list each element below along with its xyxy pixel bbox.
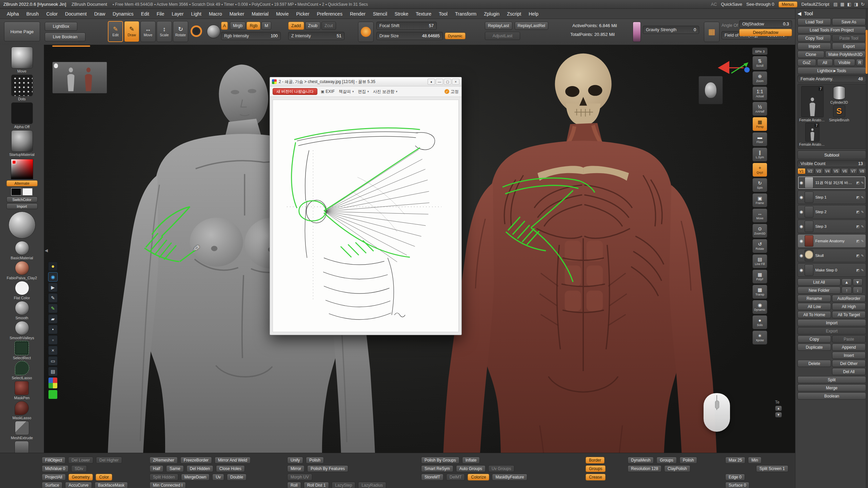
line-fill-button[interactable]: ▤ Line Fill bbox=[752, 254, 767, 268]
menu-item-picker[interactable]: Picker bbox=[293, 10, 313, 18]
visibility-eye-icon[interactable]: ◉ bbox=[48, 272, 58, 282]
replay-last-rel-button[interactable]: ReplayLastRel bbox=[515, 22, 548, 30]
menu-item-alpha[interactable]: Alpha bbox=[3, 10, 22, 18]
replay-last-button[interactable]: ReplayLast bbox=[485, 22, 512, 30]
current-brush-move[interactable]: Move bbox=[11, 47, 33, 73]
insert-button[interactable]: Insert bbox=[832, 352, 866, 359]
surface-0[interactable]: Surface 0 bbox=[725, 482, 749, 488]
refresh-icon[interactable]: ↻ bbox=[861, 2, 865, 7]
colorize[interactable]: Colorize bbox=[468, 474, 489, 481]
zsub-button[interactable]: Zsub bbox=[305, 22, 321, 30]
fillobject[interactable]: FillObject bbox=[42, 457, 65, 464]
close-holes[interactable]: Close Holes bbox=[216, 465, 245, 472]
solo-button[interactable]: ● Solo bbox=[752, 315, 767, 329]
all-low-button[interactable]: All Low bbox=[797, 303, 831, 310]
groups[interactable]: Groups bbox=[586, 465, 606, 472]
focal-shift-slider[interactable]: Focal Shift57 bbox=[376, 22, 437, 30]
left-dock-arrow[interactable]: ◀ bbox=[45, 248, 48, 253]
del-higher[interactable]: Del Higher bbox=[96, 457, 122, 464]
masklasso-brush[interactable]: MaskLasso bbox=[13, 401, 32, 420]
edit-subtool-icon[interactable]: ✎ bbox=[861, 196, 864, 199]
accucurve[interactable]: AccuCurve bbox=[65, 482, 92, 488]
scroll-button[interactable]: ⇅ Scroll bbox=[752, 56, 767, 70]
del-lower[interactable]: Del Lower bbox=[68, 457, 93, 464]
dynamesh[interactable]: DynaMesh bbox=[628, 457, 654, 464]
delete-button[interactable]: Delete bbox=[797, 360, 831, 367]
goz-visible-button[interactable]: Visible bbox=[834, 59, 855, 66]
same[interactable]: Same bbox=[166, 465, 183, 472]
polish[interactable]: Polish bbox=[679, 457, 697, 464]
selectrect-brush[interactable]: SelectRect bbox=[13, 341, 31, 360]
claypolish[interactable]: ClayPolish bbox=[664, 465, 690, 472]
cursor-icon[interactable]: ▶ bbox=[48, 283, 58, 292]
rgb-button[interactable]: Rgb bbox=[246, 22, 260, 30]
paste-subtool-button[interactable]: Paste bbox=[832, 336, 866, 343]
meshextrude-brush[interactable]: MeshExtrude bbox=[11, 421, 33, 440]
home-page-button[interactable]: Home Page bbox=[4, 22, 40, 41]
persp-button[interactable]: ▦ Persp bbox=[752, 117, 767, 131]
bookmark-menu[interactable]: 책갈피▾ bbox=[338, 89, 355, 95]
objshadow-slider[interactable]: ObjShadow0.3 bbox=[739, 20, 792, 28]
menu-item-file[interactable]: File bbox=[153, 10, 168, 18]
simplebrush-tool[interactable]: S bbox=[833, 105, 845, 117]
polyframe-button[interactable]: ▦ PolyF bbox=[752, 269, 767, 284]
edit-subtool-icon[interactable]: ✎ bbox=[861, 181, 864, 185]
mergedown[interactable]: MergeDown bbox=[181, 474, 210, 481]
switchcolor-button[interactable]: SwitchColor bbox=[6, 197, 38, 202]
menu-item-texture[interactable]: Texture bbox=[412, 10, 435, 18]
inflate[interactable]: Inflate bbox=[462, 457, 480, 464]
lazyradius[interactable]: LazyRadius bbox=[358, 482, 386, 488]
polish[interactable]: Polish bbox=[306, 457, 324, 464]
export-subtool-button[interactable]: Export bbox=[797, 327, 866, 334]
edit-subtool-icon[interactable]: ✎ bbox=[861, 210, 864, 214]
mirror-and-weld[interactable]: Mirror And Weld bbox=[215, 457, 251, 464]
z-intensity-slider[interactable]: Z Intensity51 bbox=[288, 32, 344, 40]
always-on-top-button[interactable]: ♦ bbox=[428, 79, 435, 85]
gravity-icon[interactable] bbox=[633, 22, 641, 42]
mrgb-button[interactable]: Mrgb bbox=[230, 22, 245, 30]
append-button[interactable]: Append bbox=[832, 344, 866, 351]
clipboard-icon[interactable]: ▤ bbox=[48, 367, 58, 376]
a-toggle-button[interactable]: A bbox=[221, 22, 228, 30]
half[interactable]: Half bbox=[150, 465, 163, 472]
local-symmetry-button[interactable]: ∥ L.Sym bbox=[752, 147, 767, 162]
autoreorder-button[interactable]: AutoReorder bbox=[832, 295, 866, 302]
draw-size-slider[interactable]: Draw Size48.64685 bbox=[376, 32, 443, 40]
all-to-target-button[interactable]: All To Target bbox=[832, 311, 866, 318]
copy-subtool-button[interactable]: Copy bbox=[797, 336, 831, 343]
camera-head-widget[interactable] bbox=[698, 76, 723, 104]
basic-material[interactable]: BasicMaterial bbox=[11, 241, 33, 260]
polish-by-features[interactable]: Polish By Features bbox=[307, 465, 348, 472]
polypaint-icon[interactable]: ◩ bbox=[856, 268, 859, 272]
maskbyfeature[interactable]: MaskByFeature bbox=[492, 474, 527, 481]
make-step-0[interactable]: ◉ Make Step 0 ◩ ✎ bbox=[797, 263, 866, 277]
visible-count-slider[interactable]: Visible Count13 bbox=[797, 160, 866, 167]
menu-item-movie[interactable]: Movie bbox=[273, 10, 292, 18]
mirror[interactable]: Mirror bbox=[287, 465, 304, 472]
menu-item-color[interactable]: Color bbox=[43, 10, 61, 18]
m-button[interactable]: M bbox=[261, 22, 271, 30]
trash-icon[interactable]: × bbox=[48, 346, 58, 355]
polypaint-icon[interactable]: ◩ bbox=[856, 210, 859, 214]
visibility-eye-icon[interactable]: ◉ bbox=[800, 209, 803, 214]
spix-slider[interactable]: SPix3 bbox=[752, 47, 768, 55]
edit-menu[interactable]: 편집▾ bbox=[357, 89, 370, 95]
split-screen-1[interactable]: Split Screen 1 bbox=[756, 465, 788, 472]
edit-subtool-icon[interactable]: ✎ bbox=[861, 268, 864, 272]
morph-uv[interactable]: Morph UV bbox=[287, 474, 312, 481]
smooth-brush[interactable]: Smooth bbox=[15, 301, 29, 320]
folder-down-button[interactable]: ↓ bbox=[853, 287, 863, 294]
menu-item-preferences[interactable]: Preferences bbox=[313, 10, 346, 18]
viewer-image[interactable] bbox=[273, 100, 459, 332]
load-tools-from-project-button[interactable]: Load Tools From Project bbox=[797, 26, 866, 34]
recent-tool-thumbnail[interactable]: 7 bbox=[805, 123, 820, 142]
split-hidden[interactable]: Split Hidden bbox=[150, 474, 178, 481]
quicksave-button[interactable]: QuickSave bbox=[721, 2, 742, 7]
menu-item-document[interactable]: Document bbox=[62, 10, 90, 18]
subtool-section-header[interactable]: Subtool bbox=[797, 150, 866, 159]
visibility-eye-icon[interactable]: ◉ bbox=[800, 268, 803, 272]
skull[interactable]: ◉ Skull ◩ ✎ bbox=[797, 249, 866, 262]
v3[interactable]: V3 bbox=[815, 168, 823, 174]
uv[interactable]: Uv bbox=[212, 474, 224, 481]
live-boolean-button[interactable]: Live Boolean bbox=[45, 33, 85, 41]
